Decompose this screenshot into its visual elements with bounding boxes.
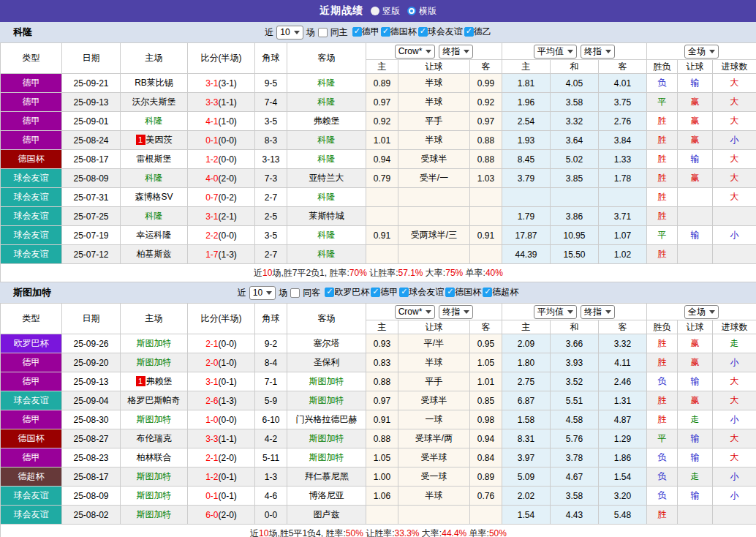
avg-away-cell: 1.31 xyxy=(599,391,647,410)
away-odds-cell: 0.89 xyxy=(470,467,502,487)
scope-select[interactable]: 全场 xyxy=(684,45,719,59)
filter-row: 科隆 近 10 场 同主 德甲德国杯球会友谊德乙 xyxy=(0,22,756,42)
handicap-result-cell: 走 xyxy=(678,467,713,487)
scope-select[interactable]: 全场 xyxy=(684,305,719,319)
goals-result-cell: 小 xyxy=(713,487,756,506)
avg-group-header: 平均值 终指 xyxy=(502,43,647,60)
league-checkbox[interactable] xyxy=(381,27,390,37)
avg-draw-cell: 10.95 xyxy=(551,226,599,245)
handicap-result-cell: 输 xyxy=(678,226,713,245)
league-filter-item[interactable]: 球会友谊 xyxy=(418,26,463,38)
avg-draw-cell: 3.32 xyxy=(551,112,599,131)
league-filter-item[interactable]: 球会友谊 xyxy=(399,286,444,298)
league-filter-item[interactable]: 德国杯 xyxy=(381,26,417,38)
col-type: 类型 xyxy=(1,304,62,334)
corner-cell: 6-10 xyxy=(255,410,287,429)
home-odds-cell: 1.05 xyxy=(366,448,398,467)
summary-segment: 大率: xyxy=(420,528,442,537)
odds-index-select[interactable]: 终指 xyxy=(439,305,473,319)
col-score: 比分(半场) xyxy=(188,43,255,74)
layout-radio-horizontal[interactable]: 横版 xyxy=(407,5,436,18)
odds-source-select[interactable]: Crow* xyxy=(395,45,436,59)
avg-home-cell: 8.31 xyxy=(502,429,551,448)
summary-segment: 50% xyxy=(489,528,507,537)
league-checkbox[interactable] xyxy=(371,288,380,297)
avg-source-select[interactable]: 平均值 xyxy=(534,305,577,319)
league-checkbox[interactable] xyxy=(464,27,474,37)
league-type-badge: 德甲 xyxy=(1,410,61,429)
same-venue-checkbox[interactable] xyxy=(318,28,328,37)
summary-row: 近10场,胜7平2负1, 胜率:70% 让胜率:57.1% 大率:75% 单率:… xyxy=(1,264,756,282)
avg-index-select[interactable]: 终指 xyxy=(581,305,615,319)
home-odds-cell xyxy=(366,188,398,207)
home-odds-cell: 0.92 xyxy=(366,112,398,131)
league-checkbox[interactable] xyxy=(445,288,455,297)
corner-cell: 5-11 xyxy=(255,448,287,467)
league-label: 德国杯 xyxy=(390,26,417,38)
summary-segment: 40% xyxy=(485,268,503,278)
away-team-cell: 科隆 xyxy=(287,131,366,150)
recent-count-select[interactable]: 10 xyxy=(276,26,303,40)
avg-draw-cell: 3.58 xyxy=(551,487,599,506)
summary-segment: 场,胜5平1负4, 胜率: xyxy=(268,528,345,537)
league-filter-item[interactable]: 德甲 xyxy=(352,26,379,38)
avg-home-cell: 2.75 xyxy=(502,372,551,391)
home-odds-cell: 0.93 xyxy=(366,334,398,353)
avg-home-cell: 1.54 xyxy=(502,506,551,525)
date-cell: 25-09-21 xyxy=(62,74,121,93)
avg-away-cell: 1.07 xyxy=(599,226,647,245)
match-row: 球会友谊25-07-25科隆3-1(2-1)2-5莱斯特城1.793.863.7… xyxy=(1,207,756,226)
away-odds-cell: 0.76 xyxy=(470,487,502,506)
avg-index-select[interactable]: 终指 xyxy=(581,45,615,59)
league-checkbox[interactable] xyxy=(418,27,428,37)
recent-count-select[interactable]: 10 xyxy=(249,286,276,300)
avg-away-cell: 1.86 xyxy=(599,448,647,467)
away-odds-cell xyxy=(470,207,502,226)
handicap-cell: 受半/一 xyxy=(398,169,470,188)
result-cell: 负 xyxy=(647,372,678,391)
avg-draw-cell: 15.50 xyxy=(551,245,599,264)
home-team-cell: 幸运科隆 xyxy=(121,226,188,245)
league-type-cell: 德国杯 xyxy=(1,150,62,169)
avg-away-cell: 4.11 xyxy=(599,353,647,372)
league-filter-item[interactable]: 欧罗巴杯 xyxy=(325,286,369,298)
chevron-down-icon xyxy=(426,50,431,53)
odds-index-select[interactable]: 终指 xyxy=(439,45,473,59)
home-team-cell: 格罗巴斯帕奇 xyxy=(121,391,188,410)
score-cell: 3-3(1-1) xyxy=(188,429,255,448)
radio-icon[interactable] xyxy=(371,7,379,15)
league-filter-item[interactable]: 德乙 xyxy=(464,26,491,38)
goals-result-cell: 小 xyxy=(713,131,756,150)
handicap-result-cell: 输 xyxy=(678,487,713,506)
home-odds-cell xyxy=(366,245,398,264)
avg-source-select[interactable]: 平均值 xyxy=(534,45,577,59)
league-checkbox[interactable] xyxy=(483,288,492,297)
col-type: 类型 xyxy=(1,43,62,74)
away-odds-cell: 1.01 xyxy=(470,372,502,391)
away-team-cell: 科隆 xyxy=(287,188,366,207)
summary-segment: 单率: xyxy=(463,268,485,278)
title-bar: 近期战绩 竖版 横版 xyxy=(0,0,756,22)
league-filter-item[interactable]: 德超杯 xyxy=(483,286,518,298)
summary-segment: 10 xyxy=(259,528,268,537)
team-name: 斯图加特 xyxy=(13,286,51,299)
league-filter-group: 欧罗巴杯德甲球会友谊德国杯德超杯 xyxy=(323,286,518,299)
league-checkbox[interactable] xyxy=(325,288,334,297)
league-type-cell: 德甲 xyxy=(1,372,62,391)
away-team-cell: 斯图加特 xyxy=(287,391,366,410)
layout-radio-vertical[interactable]: 竖版 xyxy=(371,5,400,18)
league-type-badge: 球会友谊 xyxy=(1,506,61,524)
score-cell: 3-3(1-1) xyxy=(188,93,255,112)
same-venue-checkbox[interactable] xyxy=(290,288,300,298)
odds-source-select[interactable]: Crow* xyxy=(395,305,436,319)
home-team-cell: 科隆 xyxy=(121,207,188,226)
score-cell: 3-1(2-1) xyxy=(188,207,255,226)
league-filter-item[interactable]: 德甲 xyxy=(371,286,398,298)
avg-draw-cell: 3.85 xyxy=(551,169,599,188)
chevron-down-icon xyxy=(605,50,611,53)
home-odds-cell: 1.00 xyxy=(366,467,398,487)
league-checkbox[interactable] xyxy=(399,288,409,297)
league-checkbox[interactable] xyxy=(352,27,362,37)
league-filter-item[interactable]: 德国杯 xyxy=(445,286,481,298)
radio-icon[interactable] xyxy=(407,7,416,15)
